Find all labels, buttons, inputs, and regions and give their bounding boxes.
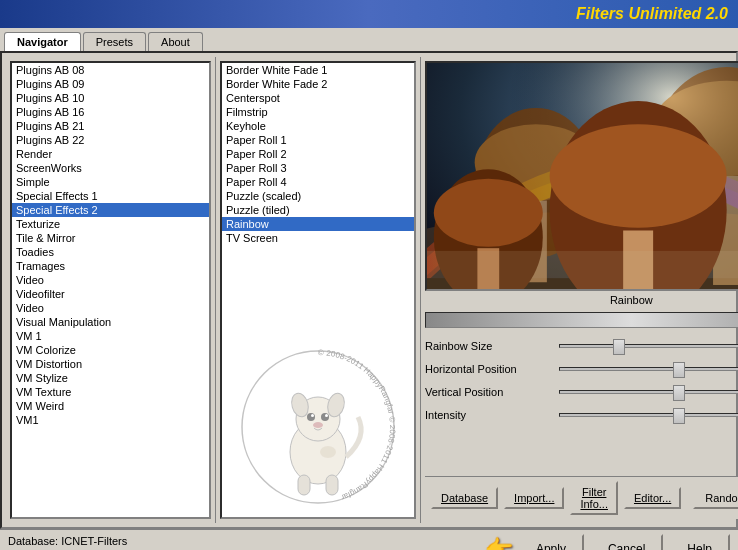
filter-item[interactable]: Paper Roll 1 <box>222 133 414 147</box>
intensity-track[interactable] <box>559 413 738 417</box>
tab-navigator[interactable]: Navigator <box>4 32 81 51</box>
category-list: Plugins AB 08 Plugins AB 09 Plugins AB 1… <box>10 61 211 519</box>
filter-item-selected[interactable]: Rainbow <box>222 217 414 231</box>
filter-item[interactable]: TV Screen <box>222 231 414 245</box>
category-item[interactable]: Plugins AB 10 <box>12 91 209 105</box>
preview-image <box>425 61 738 291</box>
intensity-thumb[interactable] <box>673 408 685 424</box>
category-item[interactable]: Special Effects 1 <box>12 189 209 203</box>
horizontal-position-thumb[interactable] <box>673 362 685 378</box>
status-bar: Database: ICNET-Filters Filters: 2027 👉 … <box>0 529 738 550</box>
vertical-position-track[interactable] <box>559 390 738 394</box>
filter-item[interactable]: Keyhole <box>222 119 414 133</box>
vertical-position-label: Vertical Position <box>425 386 555 398</box>
database-label: Database: <box>8 535 58 547</box>
svg-point-0 <box>242 351 394 503</box>
svg-rect-30 <box>427 251 738 289</box>
empty-row-1 <box>425 428 738 448</box>
category-item[interactable]: Visual Manipulation <box>12 315 209 329</box>
rainbow-size-row: Rainbow Size 64 <box>425 336 738 356</box>
svg-point-25 <box>550 124 727 228</box>
filter-list: Border White Fade 1 Border White Fade 2 … <box>220 61 416 519</box>
randomize-button[interactable]: Randomize <box>693 487 738 509</box>
category-item[interactable]: VM Weird <box>12 399 209 413</box>
filter-item[interactable]: Paper Roll 3 <box>222 161 414 175</box>
svg-text:© 2008-2011  HappyRangfar  © 2: © 2008-2011 HappyRangfar © 2008-2011 Hap… <box>318 348 397 502</box>
filter-item[interactable]: Paper Roll 4 <box>222 175 414 189</box>
category-item[interactable]: Tile & Mirror <box>12 231 209 245</box>
category-item[interactable]: Plugins AB 22 <box>12 133 209 147</box>
gradient-bar[interactable] <box>425 312 738 328</box>
rainbow-size-thumb[interactable] <box>613 339 625 355</box>
svg-point-5 <box>307 413 315 421</box>
category-item[interactable]: Videofilter <box>12 287 209 301</box>
filter-item[interactable]: Paper Roll 2 <box>222 147 414 161</box>
svg-point-7 <box>311 414 314 417</box>
category-item-selected[interactable]: Special Effects 2 <box>12 203 209 217</box>
category-item[interactable]: Video <box>12 273 209 287</box>
watermark: © 2008-2011 HappyRangfar © 2008-2011 Hap… <box>238 347 398 507</box>
intensity-row: Intensity 128 <box>425 405 738 425</box>
action-buttons: Apply Cancel Help <box>518 534 730 550</box>
category-item[interactable]: Plugins AB 21 <box>12 119 209 133</box>
intensity-label: Intensity <box>425 409 555 421</box>
status-info: Database: ICNET-Filters Filters: 2027 <box>8 534 484 550</box>
svg-rect-10 <box>298 475 310 495</box>
slider-area: Rainbow Size 64 Horizontal Position 128 <box>425 331 738 476</box>
category-item[interactable]: Toadies <box>12 245 209 259</box>
filter-toolbar: Database Import... Filter Info... Editor… <box>425 476 738 519</box>
rainbow-size-label: Rainbow Size <box>425 340 555 352</box>
database-status: Database: ICNET-Filters <box>8 534 484 549</box>
category-item[interactable]: VM Texture <box>12 385 209 399</box>
title-bar-text: Filters Unlimited 2.0 <box>576 5 728 23</box>
filter-item[interactable]: Border White Fade 2 <box>222 77 414 91</box>
category-item[interactable]: Texturize <box>12 217 209 231</box>
import-button[interactable]: Import... <box>504 487 564 509</box>
category-item[interactable]: VM Colorize <box>12 343 209 357</box>
empty-track-1 <box>559 436 738 440</box>
horizontal-position-row: Horizontal Position 128 <box>425 359 738 379</box>
filter-info-button[interactable]: Filter Info... <box>570 481 618 515</box>
rainbow-size-track[interactable] <box>559 344 738 348</box>
svg-point-12 <box>320 446 336 458</box>
category-item[interactable]: Plugins AB 09 <box>12 77 209 91</box>
category-item[interactable]: Video <box>12 301 209 315</box>
horizontal-position-track[interactable] <box>559 367 738 371</box>
filter-item[interactable]: Border White Fade 1 <box>222 63 414 77</box>
category-item[interactable]: VM 1 <box>12 329 209 343</box>
status-hand-cursor: 👉 <box>484 535 514 550</box>
cancel-button[interactable]: Cancel <box>590 534 663 550</box>
tab-presets[interactable]: Presets <box>83 32 146 51</box>
filter-item[interactable]: Puzzle (scaled) <box>222 189 414 203</box>
svg-point-4 <box>325 391 347 418</box>
category-item[interactable]: VM1 <box>12 413 209 427</box>
apply-button[interactable]: Apply <box>518 534 584 550</box>
svg-point-6 <box>321 413 329 421</box>
category-item[interactable]: Simple <box>12 175 209 189</box>
svg-point-9 <box>313 422 323 428</box>
editor-button[interactable]: Editor... <box>624 487 681 509</box>
svg-rect-11 <box>326 475 338 495</box>
database-button[interactable]: Database <box>431 487 498 509</box>
category-item[interactable]: Plugins AB 16 <box>12 105 209 119</box>
svg-point-28 <box>434 179 543 247</box>
help-button[interactable]: Help <box>669 534 730 550</box>
filter-item[interactable]: Filmstrip <box>222 105 414 119</box>
category-item[interactable]: Tramages <box>12 259 209 273</box>
vertical-position-thumb[interactable] <box>673 385 685 401</box>
category-item[interactable]: Plugins AB 08 <box>12 63 209 77</box>
category-item[interactable]: VM Distortion <box>12 357 209 371</box>
svg-point-2 <box>296 397 340 441</box>
database-value: ICNET-Filters <box>61 535 127 547</box>
empty-row-2 <box>425 451 738 471</box>
svg-point-3 <box>289 391 311 418</box>
tab-about[interactable]: About <box>148 32 203 51</box>
empty-track-2 <box>559 459 738 463</box>
filter-item[interactable]: Centerspot <box>222 91 414 105</box>
preview-label: Rainbow <box>425 294 738 306</box>
filter-item[interactable]: Puzzle (tiled) <box>222 203 414 217</box>
category-item[interactable]: Render <box>12 147 209 161</box>
category-item[interactable]: VM Stylize <box>12 371 209 385</box>
category-item[interactable]: ScreenWorks <box>12 161 209 175</box>
horizontal-position-label: Horizontal Position <box>425 363 555 375</box>
